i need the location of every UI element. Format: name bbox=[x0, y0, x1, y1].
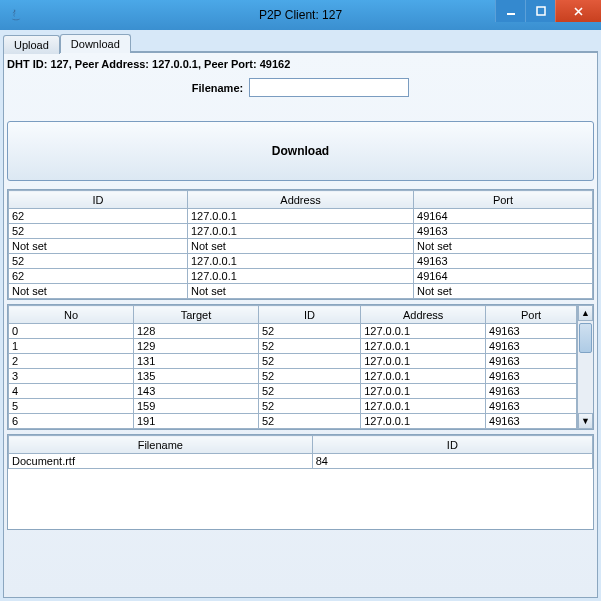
cell-id[interactable]: 52 bbox=[258, 324, 360, 339]
cell-id[interactable]: 52 bbox=[258, 369, 360, 384]
scroll-up-button[interactable]: ▲ bbox=[578, 305, 593, 321]
route-table: No Target ID Address Port 012852127.0.0.… bbox=[8, 305, 577, 429]
download-button[interactable]: Download bbox=[7, 121, 594, 181]
cell-port[interactable]: Not set bbox=[414, 284, 593, 299]
route-scrollbar[interactable]: ▲ ▼ bbox=[577, 305, 593, 429]
dht-info: DHT ID: 127, Peer Address: 127.0.0.1, Pe… bbox=[7, 56, 594, 72]
cell-address[interactable]: 127.0.0.1 bbox=[361, 399, 486, 414]
cell-address[interactable]: 127.0.0.1 bbox=[187, 254, 413, 269]
cell-id[interactable]: 52 bbox=[258, 414, 360, 429]
cell-address[interactable]: 127.0.0.1 bbox=[361, 339, 486, 354]
cell-id[interactable]: Not set bbox=[9, 284, 188, 299]
java-icon bbox=[8, 7, 24, 23]
tab-upload[interactable]: Upload bbox=[3, 35, 60, 54]
cell-address[interactable]: 127.0.0.1 bbox=[361, 384, 486, 399]
cell-no[interactable]: 6 bbox=[9, 414, 134, 429]
table-row[interactable]: 414352127.0.0.149163 bbox=[9, 384, 577, 399]
cell-no[interactable]: 0 bbox=[9, 324, 134, 339]
scroll-track[interactable] bbox=[578, 321, 593, 413]
table-row[interactable]: 619152127.0.0.149163 bbox=[9, 414, 577, 429]
table-row[interactable]: 52127.0.0.149163 bbox=[9, 254, 593, 269]
minimize-button[interactable] bbox=[495, 0, 525, 22]
cell-address[interactable]: 127.0.0.1 bbox=[361, 414, 486, 429]
cell-target[interactable]: 131 bbox=[133, 354, 258, 369]
cell-id[interactable]: 62 bbox=[9, 269, 188, 284]
files-table: Filename ID Document.rtf84 bbox=[8, 435, 593, 469]
table-row[interactable]: 112952127.0.0.149163 bbox=[9, 339, 577, 354]
cell-port[interactable]: 49163 bbox=[414, 224, 593, 239]
col-address[interactable]: Address bbox=[187, 191, 413, 209]
scroll-down-button[interactable]: ▼ bbox=[578, 413, 593, 429]
cell-port[interactable]: 49163 bbox=[486, 354, 577, 369]
cell-port[interactable]: Not set bbox=[414, 239, 593, 254]
table-row[interactable]: 62127.0.0.149164 bbox=[9, 269, 593, 284]
table-row[interactable]: Document.rtf84 bbox=[9, 454, 593, 469]
cell-address[interactable]: 127.0.0.1 bbox=[361, 354, 486, 369]
cell-port[interactable]: 49163 bbox=[486, 369, 577, 384]
cell-no[interactable]: 1 bbox=[9, 339, 134, 354]
cell-target[interactable]: 143 bbox=[133, 384, 258, 399]
cell-no[interactable]: 2 bbox=[9, 354, 134, 369]
maximize-button[interactable] bbox=[525, 0, 555, 22]
window-title: P2P Client: 127 bbox=[259, 8, 342, 22]
cell-address[interactable]: 127.0.0.1 bbox=[187, 269, 413, 284]
table-row[interactable]: 012852127.0.0.149163 bbox=[9, 324, 577, 339]
cell-no[interactable]: 5 bbox=[9, 399, 134, 414]
cell-address[interactable]: Not set bbox=[187, 284, 413, 299]
cell-target[interactable]: 128 bbox=[133, 324, 258, 339]
cell-target[interactable]: 129 bbox=[133, 339, 258, 354]
svg-rect-0 bbox=[507, 13, 515, 15]
tab-download[interactable]: Download bbox=[60, 34, 131, 53]
filename-input[interactable] bbox=[249, 78, 409, 97]
cell-port[interactable]: 49163 bbox=[486, 339, 577, 354]
cell-port[interactable]: 49163 bbox=[414, 254, 593, 269]
col-fid[interactable]: ID bbox=[312, 436, 592, 454]
cell-port[interactable]: 49163 bbox=[486, 414, 577, 429]
close-button[interactable] bbox=[555, 0, 601, 22]
window-buttons bbox=[495, 0, 601, 22]
cell-id[interactable]: 52 bbox=[258, 354, 360, 369]
cell-id[interactable]: 62 bbox=[9, 209, 188, 224]
cell-id[interactable]: 52 bbox=[258, 384, 360, 399]
col-rid[interactable]: ID bbox=[258, 306, 360, 324]
filename-label: Filename: bbox=[192, 82, 243, 94]
cell-address[interactable]: 127.0.0.1 bbox=[187, 209, 413, 224]
col-port[interactable]: Port bbox=[414, 191, 593, 209]
cell-address[interactable]: 127.0.0.1 bbox=[361, 324, 486, 339]
cell-id[interactable]: 84 bbox=[312, 454, 592, 469]
col-rport[interactable]: Port bbox=[486, 306, 577, 324]
cell-target[interactable]: 191 bbox=[133, 414, 258, 429]
cell-id[interactable]: 52 bbox=[258, 399, 360, 414]
cell-filename[interactable]: Document.rtf bbox=[9, 454, 313, 469]
cell-id[interactable]: 52 bbox=[258, 339, 360, 354]
download-panel: DHT ID: 127, Peer Address: 127.0.0.1, Pe… bbox=[3, 52, 598, 598]
table-row[interactable]: 515952127.0.0.149163 bbox=[9, 399, 577, 414]
cell-address[interactable]: 127.0.0.1 bbox=[187, 224, 413, 239]
cell-no[interactable]: 3 bbox=[9, 369, 134, 384]
cell-no[interactable]: 4 bbox=[9, 384, 134, 399]
cell-port[interactable]: 49163 bbox=[486, 399, 577, 414]
cell-address[interactable]: 127.0.0.1 bbox=[361, 369, 486, 384]
cell-port[interactable]: 49163 bbox=[486, 384, 577, 399]
table-row[interactable]: 52127.0.0.149163 bbox=[9, 224, 593, 239]
col-raddress[interactable]: Address bbox=[361, 306, 486, 324]
col-filename[interactable]: Filename bbox=[9, 436, 313, 454]
col-no[interactable]: No bbox=[9, 306, 134, 324]
table-row[interactable]: 213152127.0.0.149163 bbox=[9, 354, 577, 369]
col-id[interactable]: ID bbox=[9, 191, 188, 209]
table-row[interactable]: 313552127.0.0.149163 bbox=[9, 369, 577, 384]
table-row[interactable]: 62127.0.0.149164 bbox=[9, 209, 593, 224]
table-row[interactable]: Not setNot setNot set bbox=[9, 239, 593, 254]
cell-target[interactable]: 135 bbox=[133, 369, 258, 384]
cell-id[interactable]: 52 bbox=[9, 224, 188, 239]
cell-port[interactable]: 49164 bbox=[414, 209, 593, 224]
cell-id[interactable]: Not set bbox=[9, 239, 188, 254]
cell-id[interactable]: 52 bbox=[9, 254, 188, 269]
cell-target[interactable]: 159 bbox=[133, 399, 258, 414]
cell-port[interactable]: 49163 bbox=[486, 324, 577, 339]
table-row[interactable]: Not setNot setNot set bbox=[9, 284, 593, 299]
col-target[interactable]: Target bbox=[133, 306, 258, 324]
scroll-thumb[interactable] bbox=[579, 323, 592, 353]
cell-port[interactable]: 49164 bbox=[414, 269, 593, 284]
cell-address[interactable]: Not set bbox=[187, 239, 413, 254]
